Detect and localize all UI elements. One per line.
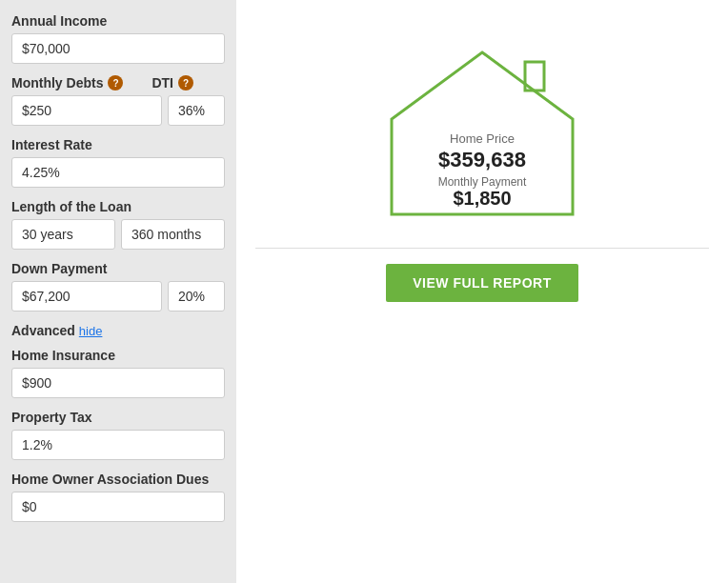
svg-text:Monthly Payment: Monthly Payment xyxy=(438,175,527,189)
dti-help-icon[interactable]: ? xyxy=(178,75,193,90)
svg-text:$359,638: $359,638 xyxy=(438,148,526,171)
dti-label: DTI ? xyxy=(152,75,193,90)
monthly-debts-group: Monthly Debts ? DTI ? xyxy=(11,75,225,126)
advanced-hide-link[interactable]: hide xyxy=(79,324,103,338)
debts-dti-inputs xyxy=(11,95,225,126)
down-payment-percent-input[interactable] xyxy=(168,281,225,312)
interest-rate-label: Interest Rate xyxy=(11,137,225,152)
annual-income-input[interactable] xyxy=(11,33,225,64)
debts-dti-label-row: Monthly Debts ? DTI ? xyxy=(11,75,225,90)
divider xyxy=(255,248,709,249)
home-insurance-label: Home Insurance xyxy=(11,348,225,363)
loan-length-inputs xyxy=(11,219,225,250)
home-insurance-input[interactable] xyxy=(11,368,225,398)
down-payment-group: Down Payment xyxy=(11,261,225,312)
property-tax-input[interactable] xyxy=(11,430,225,460)
svg-text:$1,850: $1,850 xyxy=(453,188,511,209)
annual-income-group: Annual Income xyxy=(11,13,225,64)
hoa-dues-group: Home Owner Association Dues xyxy=(11,472,225,522)
svg-text:Home Price: Home Price xyxy=(450,131,515,146)
loan-years-input[interactable] xyxy=(11,219,115,250)
house-icon: Home Price $359,638 Monthly Payment $1,8… xyxy=(377,38,587,229)
down-payment-label: Down Payment xyxy=(11,261,225,276)
property-tax-label: Property Tax xyxy=(11,410,225,425)
hoa-dues-label: Home Owner Association Dues xyxy=(11,472,225,487)
down-payment-dollar-input[interactable] xyxy=(11,281,162,312)
dti-input[interactable] xyxy=(168,95,225,126)
interest-rate-input[interactable] xyxy=(11,157,225,188)
monthly-debts-help-icon[interactable]: ? xyxy=(108,75,123,90)
monthly-debts-label: Monthly Debts ? xyxy=(11,75,123,90)
loan-length-group: Length of the Loan xyxy=(11,199,225,250)
down-payment-inputs xyxy=(11,281,225,312)
right-panel: Home Price $359,638 Monthly Payment $1,8… xyxy=(236,0,728,583)
property-tax-group: Property Tax xyxy=(11,410,225,460)
view-full-report-button[interactable]: VIEW FULL REPORT xyxy=(386,264,577,302)
house-container: Home Price $359,638 Monthly Payment $1,8… xyxy=(377,38,587,229)
loan-months-input[interactable] xyxy=(121,219,225,250)
hoa-dues-input[interactable] xyxy=(11,492,225,522)
advanced-header: Advanced hide xyxy=(11,323,225,338)
interest-rate-group: Interest Rate xyxy=(11,137,225,188)
annual-income-label: Annual Income xyxy=(11,13,225,29)
left-panel: Annual Income Monthly Debts ? DTI ? Inte… xyxy=(0,0,236,583)
advanced-section: Advanced hide Home Insurance Property Ta… xyxy=(11,323,225,522)
monthly-debts-input[interactable] xyxy=(11,95,162,126)
loan-length-label: Length of the Loan xyxy=(11,199,225,214)
home-insurance-group: Home Insurance xyxy=(11,348,225,398)
